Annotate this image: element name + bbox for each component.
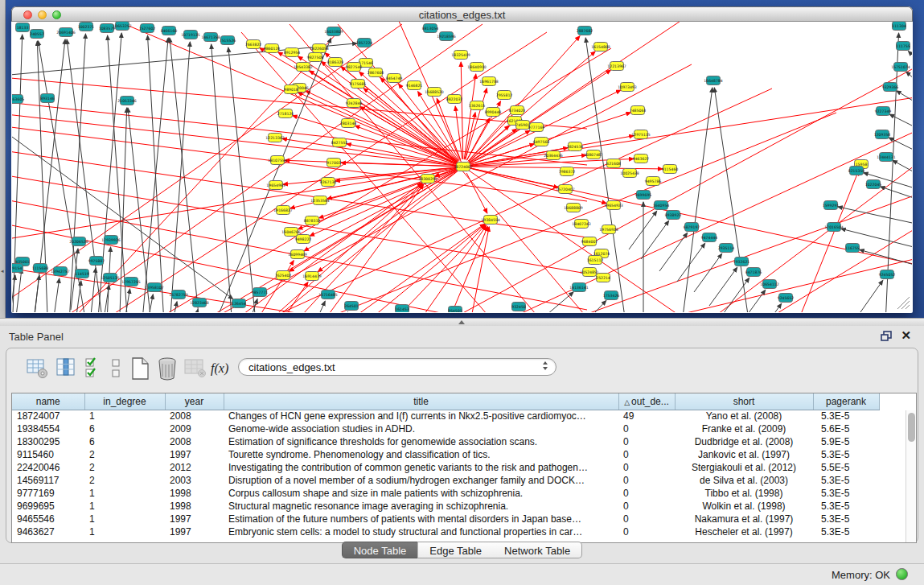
table-row[interactable]: 1872400712008Changes of HCN gene express…	[12, 410, 879, 422]
network-node[interactable]: 9495786	[645, 177, 662, 186]
table-cell[interactable]: 5.3E-5	[813, 487, 879, 500]
network-node[interactable]: 18133	[16, 23, 30, 32]
network-node[interactable]: 9115460	[662, 165, 679, 174]
table-cell[interactable]: 6	[84, 435, 165, 448]
clear-selection-icon[interactable]	[109, 356, 122, 381]
table-cell[interactable]: Tibbo et al. (1998)	[675, 487, 813, 500]
table-cell[interactable]: 2009	[165, 422, 224, 435]
table-cell[interactable]: 0	[618, 422, 675, 435]
table-cell[interactable]: 2	[84, 448, 165, 461]
table-cell[interactable]: Franke et al. (2009)	[675, 422, 813, 435]
network-node[interactable]: 1527602	[139, 24, 156, 33]
column-header-pagerank[interactable]: pagerank	[813, 393, 879, 410]
network-node[interactable]: 12975115	[631, 130, 650, 139]
network-node[interactable]: 8267130	[320, 178, 337, 187]
table-row[interactable]: 946554611997Estimation of the future num…	[12, 513, 879, 525]
network-node[interactable]: 19166827	[273, 206, 292, 215]
network-node[interactable]: 17939926	[101, 236, 120, 245]
network-node[interactable]: 9857771	[252, 288, 269, 297]
network-node[interactable]: 8175685	[350, 80, 367, 89]
table-cell[interactable]: 1997	[165, 448, 224, 461]
table-row[interactable]: 1456911722003Disruption of a novel membe…	[12, 474, 879, 487]
network-node[interactable]: 10653257	[113, 22, 131, 31]
network-node[interactable]: 9474444	[701, 233, 718, 242]
memory-ok-icon[interactable]	[896, 568, 908, 580]
network-node[interactable]: 16914479	[302, 272, 321, 281]
citation-edge-red[interactable]	[338, 225, 485, 312]
network-node[interactable]: 1002371	[78, 23, 95, 31]
network-node[interactable]: 15688520	[425, 88, 443, 97]
splitter-handle-icon[interactable]	[458, 320, 465, 324]
network-node[interactable]: 7955812	[496, 91, 513, 100]
table-cell[interactable]: 9699695	[12, 500, 84, 513]
table-cell[interactable]: 0	[618, 513, 675, 525]
citation-edge-red[interactable]	[468, 36, 580, 162]
citation-edge-black[interactable]	[50, 278, 60, 312]
float-panel-icon[interactable]	[881, 331, 892, 341]
table-cell[interactable]: 1	[84, 525, 165, 538]
network-node[interactable]: 9227349	[875, 107, 892, 116]
table-cell[interactable]: 2012	[165, 461, 224, 474]
table-cell[interactable]: 6	[84, 422, 165, 435]
tab-network-table[interactable]: Network Table	[493, 542, 582, 558]
network-node[interactable]: 17016504	[824, 223, 843, 232]
network-node[interactable]: 9827548	[346, 63, 363, 72]
citation-edge-black[interactable]	[211, 44, 233, 312]
citation-edge-red[interactable]	[461, 62, 463, 159]
network-node[interactable]: 7515526	[220, 36, 236, 45]
table-cell[interactable]: 49	[618, 410, 675, 422]
network-node[interactable]: 21053346	[117, 97, 136, 105]
network-node[interactable]: 9975887	[88, 257, 105, 266]
network-node[interactable]: 9860128	[264, 44, 281, 53]
table-cell[interactable]: 1997	[165, 525, 224, 538]
vertical-scrollbar[interactable]	[906, 410, 916, 542]
network-node[interactable]: 10688809	[564, 204, 582, 212]
network-node[interactable]: 9498222	[295, 235, 312, 244]
network-node[interactable]: 1753426	[603, 291, 620, 300]
citation-edge-red[interactable]	[341, 163, 456, 166]
network-node[interactable]: 9699695	[635, 191, 652, 200]
network-node[interactable]: 16154808	[591, 43, 610, 51]
network-node[interactable]: 7625402	[275, 271, 292, 280]
network-node[interactable]: 39154	[12, 264, 23, 273]
table-cell[interactable]: Stergiakouli et al. (2012)	[675, 461, 813, 474]
table-cell[interactable]: Estimation of significance thresholds fo…	[224, 435, 618, 448]
network-node[interactable]: 14671358	[201, 33, 220, 42]
network-node[interactable]: 10719135	[181, 31, 199, 39]
table-cell[interactable]: 0	[618, 448, 675, 461]
table-cell[interactable]: 5.3E-5	[813, 410, 879, 422]
network-node[interactable]: 16033809	[324, 27, 343, 36]
citation-edge-black[interactable]	[881, 187, 912, 201]
network-node[interactable]: 18640910	[467, 63, 486, 72]
citation-edge-red[interactable]	[360, 107, 457, 163]
network-node[interactable]: 9777169	[528, 123, 545, 132]
network-node[interactable]: 1115688	[32, 264, 49, 273]
table-cell[interactable]: Corpus callosum shape and size in male p…	[224, 487, 618, 500]
network-node[interactable]: 7485063	[630, 106, 647, 115]
table-cell[interactable]: 2	[84, 461, 165, 474]
tab-edge-table[interactable]: Edge Table	[417, 542, 493, 558]
table-cell[interactable]: 1997	[165, 513, 224, 525]
table-cell[interactable]: Embryonic stem cells: a model to study s…	[224, 525, 618, 538]
citation-edge-red[interactable]	[335, 167, 456, 181]
table-cell[interactable]: 2008	[165, 435, 224, 448]
table-cell[interactable]: 14569117	[12, 474, 84, 487]
column-header-title[interactable]: title	[224, 393, 618, 410]
network-node[interactable]: 8454749	[386, 74, 403, 83]
citation-edge-black[interactable]	[737, 290, 766, 312]
network-node[interactable]: 264501	[344, 302, 359, 311]
table-cell[interactable]: Jankovic et al. (1997)	[675, 448, 813, 461]
network-node[interactable]: 14136141	[569, 283, 588, 292]
network-node[interactable]: 8186328	[327, 58, 344, 67]
network-node[interactable]: 8813054	[422, 24, 439, 33]
network-node[interactable]: 10807487	[584, 150, 602, 159]
network-node[interactable]: 8466160	[161, 27, 178, 35]
network-node[interactable]: 9146821	[406, 81, 423, 90]
network-node[interactable]: 8822037	[446, 95, 463, 104]
panel-collapse-arrow-icon[interactable]: ◂	[1, 268, 4, 274]
network-node[interactable]: 1599291	[823, 201, 840, 210]
table-row[interactable]: 977716911998Corpus callosum shape and si…	[12, 487, 879, 500]
network-node[interactable]: 2163605	[12, 95, 24, 104]
network-node[interactable]: 116755	[845, 244, 860, 253]
network-node[interactable]: 12213967	[607, 62, 626, 71]
